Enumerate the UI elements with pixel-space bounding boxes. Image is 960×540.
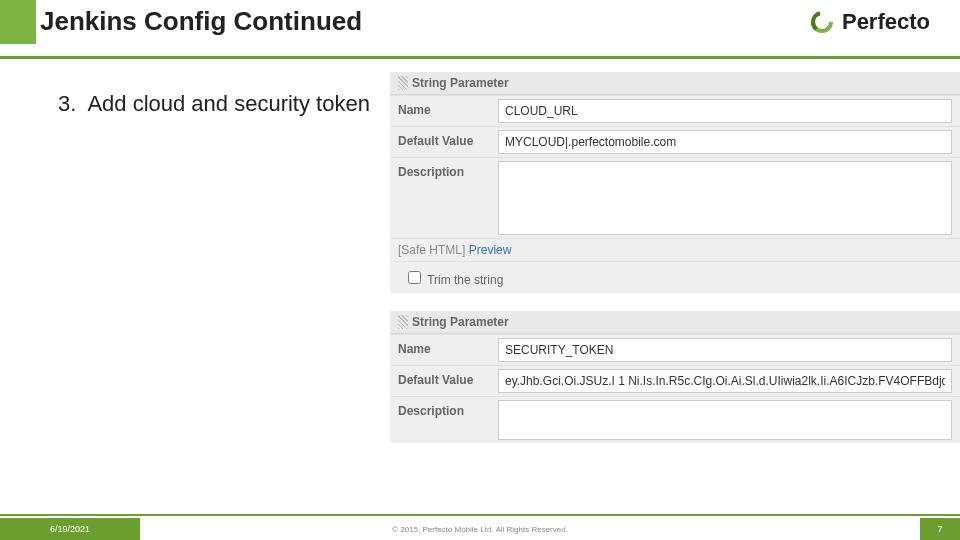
step-text: Add cloud and security token xyxy=(87,91,370,116)
accent-block xyxy=(0,0,36,44)
name-row: Name xyxy=(390,334,960,365)
description-textarea[interactable] xyxy=(498,161,952,235)
default-value-input[interactable] xyxy=(498,130,952,154)
name-label: Name xyxy=(398,99,498,117)
slide-body: 3. Add cloud and security token String P… xyxy=(0,72,960,492)
description-row: Description xyxy=(390,157,960,238)
left-column: 3. Add cloud and security token xyxy=(0,72,390,492)
name-label: Name xyxy=(398,338,498,356)
section-label: String Parameter xyxy=(412,76,509,90)
brand-logo: Perfecto xyxy=(808,8,930,36)
default-value-label: Default Value xyxy=(398,130,498,148)
header-rule xyxy=(0,56,960,59)
perfecto-icon xyxy=(808,8,836,36)
name-input[interactable] xyxy=(498,99,952,123)
trim-row: Trim the string xyxy=(390,261,960,293)
slide-footer: 6/19/2021 © 2015, Perfecto Mobile Ltd. A… xyxy=(0,514,960,540)
section-gap xyxy=(390,293,960,311)
trim-checkbox[interactable] xyxy=(408,271,421,284)
footer-copyright: © 2015, Perfecto Mobile Ltd. All Rights … xyxy=(0,518,960,540)
trim-label: Trim the string xyxy=(427,273,503,287)
name-row: Name xyxy=(390,95,960,126)
default-value-input[interactable] xyxy=(498,369,952,393)
section-label: String Parameter xyxy=(412,315,509,329)
name-input[interactable] xyxy=(498,338,952,362)
step-item: 3. Add cloud and security token xyxy=(58,90,390,118)
default-value-row: Default Value xyxy=(390,365,960,396)
preview-link[interactable]: Preview xyxy=(469,243,512,257)
slide-title: Jenkins Config Continued xyxy=(40,6,362,37)
drag-grip-icon xyxy=(398,315,408,329)
brand-name: Perfecto xyxy=(842,9,930,35)
description-label: Description xyxy=(398,161,498,179)
drag-grip-icon xyxy=(398,76,408,90)
description-label: Description xyxy=(398,400,498,418)
param-section-header: String Parameter xyxy=(390,311,960,334)
right-column: String Parameter Name Default Value Desc… xyxy=(390,72,960,443)
slide-header: Jenkins Config Continued Perfecto xyxy=(0,0,960,60)
safe-html-text: [Safe HTML] xyxy=(398,243,465,257)
description-textarea[interactable] xyxy=(498,400,952,440)
footer-rule xyxy=(0,514,960,516)
param-section-header: String Parameter xyxy=(390,72,960,95)
jenkins-form-screenshot: String Parameter Name Default Value Desc… xyxy=(390,72,960,443)
step-number: 3. xyxy=(58,91,76,116)
default-value-label: Default Value xyxy=(398,369,498,387)
page-number: 7 xyxy=(920,518,960,540)
description-row: Description xyxy=(390,396,960,443)
default-value-row: Default Value xyxy=(390,126,960,157)
safe-html-row: [Safe HTML] Preview xyxy=(390,238,960,261)
